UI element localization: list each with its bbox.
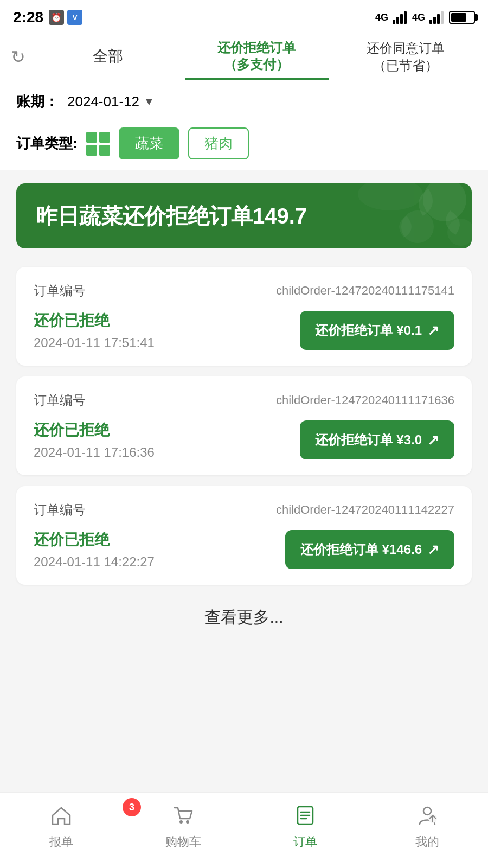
home-icon (47, 801, 75, 829)
nav-label-orders: 订单 (293, 834, 317, 850)
order-status: 还价已拒绝 (34, 529, 155, 550)
order-action-button[interactable]: 还价拒绝订单 ¥146.6 ↗ (285, 530, 454, 569)
svg-point-13 (186, 820, 189, 824)
banner-decoration (309, 183, 472, 248)
signal-bars-2 (429, 11, 445, 24)
type-pork-button[interactable]: 猪肉 (188, 127, 249, 159)
order-id: childOrder-124720240111142227 (276, 503, 454, 517)
tab-rejected[interactable]: 还价拒绝订单 （多支付） (185, 34, 328, 80)
date-value: 2024-01-12 (67, 93, 139, 110)
nav-item-home[interactable]: 报单 (0, 801, 122, 850)
order-label: 订单编号 (34, 392, 86, 409)
banner-amount: 149.7 (253, 204, 307, 228)
status-bar: 2:28 ⏰ V 4G 4G (0, 0, 488, 33)
refresh-button[interactable]: ↻ (11, 47, 25, 67)
order-header: 订单编号 childOrder-124720240111142227 (34, 501, 454, 519)
order-card: 订单编号 childOrder-124720240111175141 还价已拒绝… (16, 267, 472, 366)
cart-badge: 3 (123, 798, 141, 816)
order-status: 还价已拒绝 (34, 310, 155, 331)
bottom-navigation: 报单 3 购物车 订单 (0, 792, 488, 868)
banner-prefix: 昨日蔬菜还价拒绝订单 (36, 204, 253, 228)
tab-navigation: ↻ 全部 还价拒绝订单 （多支付） 还价同意订单 （已节省） (0, 33, 488, 81)
svg-rect-3 (404, 11, 407, 24)
order-type-label: 订单类型: (16, 134, 78, 153)
nav-item-orders[interactable]: 订单 (244, 801, 366, 850)
order-body: 还价已拒绝 2024-01-11 14:22:27 还价拒绝订单 ¥146.6 … (34, 529, 454, 570)
order-header: 订单编号 childOrder-124720240111175141 (34, 282, 454, 299)
vpn-icon: V (67, 10, 82, 25)
svg-rect-1 (396, 17, 399, 24)
svg-point-11 (358, 183, 423, 210)
action-label: 还价拒绝订单 ¥3.0 (315, 431, 422, 449)
trend-up-icon: ↗ (427, 322, 439, 339)
signal-4g-1: 4G (375, 12, 388, 23)
tab-all[interactable]: 全部 (36, 41, 179, 72)
battery-fill (451, 13, 466, 22)
order-body: 还价已拒绝 2024-01-11 17:51:41 还价拒绝订单 ¥0.1 ↗ (34, 310, 454, 350)
alarm-icon: ⏰ (49, 10, 64, 25)
order-card: 订单编号 childOrder-124720240111142227 还价已拒绝… (16, 486, 472, 585)
order-header: 订单编号 childOrder-124720240111171636 (34, 392, 454, 409)
status-time: 2:28 ⏰ V (13, 9, 82, 26)
nav-label-profile: 我的 (415, 834, 439, 850)
trend-up-icon: ↗ (427, 432, 439, 449)
orders-list: 订单编号 childOrder-124720240111175141 还价已拒绝… (0, 261, 488, 590)
cart-icon (169, 801, 197, 829)
order-label: 订单编号 (34, 282, 86, 299)
order-icon (291, 801, 319, 829)
order-id: childOrder-124720240111171636 (276, 393, 454, 407)
order-info: 还价已拒绝 2024-01-11 17:16:36 (34, 420, 155, 460)
signal-4g-2: 4G (412, 12, 425, 23)
action-label: 还价拒绝订单 ¥0.1 (315, 322, 422, 339)
svg-rect-2 (400, 14, 403, 24)
tab-agreed[interactable]: 还价同意订单 （已节省） (334, 34, 477, 79)
order-info: 还价已拒绝 2024-01-11 17:51:41 (34, 310, 155, 350)
order-body: 还价已拒绝 2024-01-11 17:16:36 还价拒绝订单 ¥3.0 ↗ (34, 420, 454, 460)
order-time: 2024-01-11 14:22:27 (34, 554, 155, 570)
banner-text: 昨日蔬菜还价拒绝订单149.7 (36, 201, 307, 231)
time-display: 2:28 (13, 9, 43, 26)
date-selector[interactable]: 2024-01-12 ▼ (67, 93, 155, 110)
period-label: 账期： (16, 92, 59, 111)
battery-indicator (449, 11, 475, 24)
svg-rect-0 (393, 20, 395, 24)
order-label: 订单编号 (34, 501, 86, 519)
svg-rect-4 (429, 20, 432, 24)
summary-banner: 昨日蔬菜还价拒绝订单149.7 (16, 183, 472, 248)
order-time: 2024-01-11 17:16:36 (34, 445, 155, 460)
signal-bars-1 (393, 11, 408, 24)
svg-rect-7 (441, 11, 444, 24)
nav-item-cart[interactable]: 3 购物车 (122, 801, 244, 850)
svg-point-12 (179, 820, 183, 824)
content-spacer (0, 645, 488, 754)
order-action-button[interactable]: 还价拒绝订单 ¥0.1 ↗ (300, 311, 454, 350)
profile-icon (413, 801, 441, 829)
order-status: 还价已拒绝 (34, 420, 155, 441)
date-filter: 账期： 2024-01-12 ▼ (0, 81, 488, 122)
status-right: 4G 4G (375, 11, 475, 24)
order-id: childOrder-124720240111175141 (276, 284, 454, 298)
order-action-button[interactable]: 还价拒绝订单 ¥3.0 ↗ (300, 420, 454, 459)
order-info: 还价已拒绝 2024-01-11 14:22:27 (34, 529, 155, 570)
action-label: 还价拒绝订单 ¥146.6 (300, 541, 422, 558)
type-all-icon[interactable] (86, 132, 110, 156)
nav-label-home: 报单 (49, 834, 73, 850)
date-dropdown-arrow: ▼ (144, 95, 155, 108)
svg-rect-6 (437, 14, 440, 24)
nav-item-profile[interactable]: 我的 (366, 801, 488, 850)
order-card: 订单编号 childOrder-124720240111171636 还价已拒绝… (16, 376, 472, 475)
trend-up-icon: ↗ (427, 541, 439, 558)
svg-point-18 (423, 807, 431, 815)
type-vegetable-button[interactable]: 蔬菜 (119, 127, 179, 159)
load-more-button[interactable]: 查看更多... (0, 590, 488, 645)
order-time: 2024-01-11 17:51:41 (34, 335, 155, 350)
status-icons: ⏰ V (49, 10, 82, 25)
nav-label-cart: 购物车 (165, 834, 201, 850)
order-type-filter: 订单类型: 蔬菜 猪肉 (0, 122, 488, 170)
svg-rect-5 (433, 17, 436, 24)
